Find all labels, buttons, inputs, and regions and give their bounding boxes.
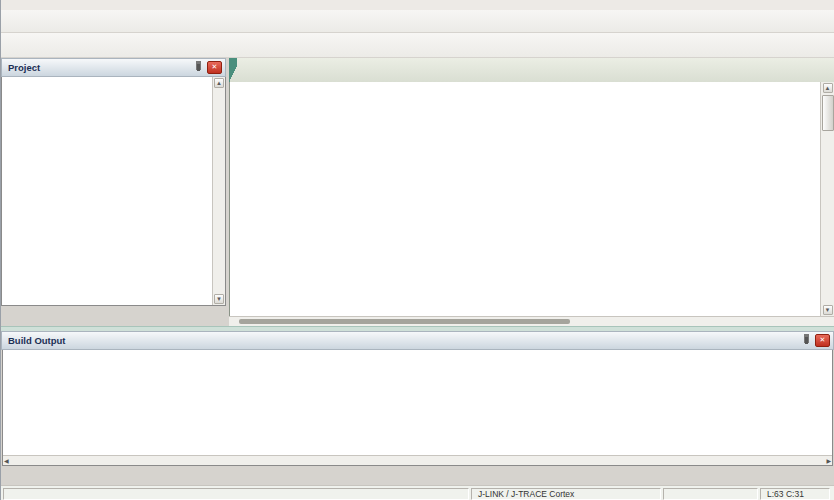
status-message-cell xyxy=(3,488,469,500)
editor-vertical-scrollbar[interactable]: ▲ ▼ xyxy=(820,82,834,316)
console-output xyxy=(3,350,832,455)
cursor-position-cell: L:63 C:31 xyxy=(760,488,830,500)
close-icon[interactable]: ✕ xyxy=(815,334,830,347)
project-tree-container: ▲ ▼ xyxy=(1,77,226,306)
scrollbar-thumb[interactable] xyxy=(822,95,834,131)
bottom-panel-tabs xyxy=(1,466,834,485)
project-panel-titlebar: Project ✕ xyxy=(1,58,226,77)
scroll-down-icon[interactable]: ▼ xyxy=(214,294,224,304)
editor-horizontal-scrollbar[interactable] xyxy=(229,316,834,326)
code-lines[interactable] xyxy=(230,82,820,316)
status-bar: J-LINK / J-TRACE Cortex L:63 C:31 xyxy=(1,485,834,500)
project-panel-tabs xyxy=(1,306,226,326)
build-toolbar xyxy=(1,33,834,58)
console-container: ◀ ▶ xyxy=(2,350,833,466)
scroll-up-icon[interactable]: ▲ xyxy=(823,83,833,93)
build-output-panel: Build Output ✕ ◀ ▶ xyxy=(1,331,834,466)
status-spacer-cell xyxy=(663,488,758,500)
project-tree xyxy=(2,77,212,305)
project-panel-title: Project xyxy=(8,62,192,73)
scrollbar-thumb[interactable] xyxy=(239,319,570,324)
pin-icon[interactable] xyxy=(192,62,204,73)
scroll-right-icon[interactable]: ▶ xyxy=(826,457,831,464)
tabbar-wedge xyxy=(229,58,237,82)
scroll-left-icon[interactable]: ◀ xyxy=(4,457,9,464)
file-toolbar xyxy=(1,10,834,33)
main-area: Project ✕ ▲ ▼ ▲ xyxy=(1,58,834,326)
keil-uvision-window: Project ✕ ▲ ▼ ▲ xyxy=(0,0,834,500)
build-output-title: Build Output xyxy=(8,335,800,346)
code-area: ▲ ▼ xyxy=(229,82,834,316)
debug-adapter-cell: J-LINK / J-TRACE Cortex xyxy=(471,488,661,500)
scroll-up-icon[interactable]: ▲ xyxy=(214,78,224,88)
pin-icon[interactable] xyxy=(800,335,812,346)
editor-tabbar xyxy=(229,58,834,82)
console-horizontal-scrollbar[interactable]: ◀ ▶ xyxy=(3,455,832,465)
project-tree-scrollbar[interactable]: ▲ ▼ xyxy=(212,77,225,305)
menu-bar xyxy=(1,0,834,10)
editor: ▲ ▼ xyxy=(229,58,834,326)
build-output-titlebar: Build Output ✕ xyxy=(1,331,834,350)
scroll-down-icon[interactable]: ▼ xyxy=(823,305,833,315)
project-panel: Project ✕ ▲ ▼ xyxy=(1,58,226,326)
close-icon[interactable]: ✕ xyxy=(207,61,222,74)
